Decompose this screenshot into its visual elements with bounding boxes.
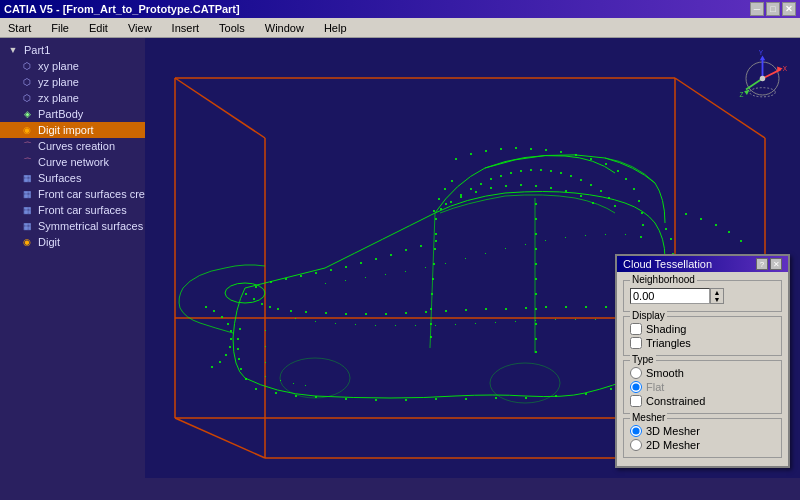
svg-rect-127 bbox=[555, 395, 557, 397]
svg-rect-159 bbox=[515, 321, 516, 322]
app-title: CATIA V5 - [From_Art_to_Prototype.CATPar… bbox=[4, 3, 240, 15]
svg-rect-150 bbox=[335, 323, 336, 324]
minimize-button[interactable]: ─ bbox=[750, 2, 764, 16]
3d-mesher-radio[interactable] bbox=[630, 425, 642, 437]
tree-item-surfaces[interactable]: ▦ Surfaces bbox=[0, 170, 145, 186]
svg-rect-65 bbox=[345, 266, 347, 268]
tree-item-front-creation[interactable]: ▦ Front car surfaces creation bbox=[0, 186, 145, 202]
svg-rect-34 bbox=[625, 178, 627, 180]
digit-icon: ◉ bbox=[20, 235, 34, 249]
svg-rect-199 bbox=[715, 224, 717, 226]
tree-item-front-surfaces[interactable]: ▦ Front car surfaces bbox=[0, 202, 145, 218]
svg-rect-213 bbox=[230, 330, 232, 332]
close-button[interactable]: ✕ bbox=[782, 2, 796, 16]
mesher-group: Mesher 3D Mesher 2D Mesher bbox=[623, 418, 782, 458]
svg-rect-173 bbox=[430, 308, 432, 310]
svg-rect-217 bbox=[219, 361, 221, 363]
neighborhood-spinner[interactable]: ▲ ▼ bbox=[710, 288, 724, 304]
svg-rect-225 bbox=[535, 185, 537, 187]
svg-rect-38 bbox=[642, 224, 644, 226]
tree-label-front-creation: Front car surfaces creation bbox=[38, 188, 145, 200]
svg-rect-120 bbox=[345, 398, 347, 400]
svg-rect-66 bbox=[360, 262, 362, 264]
tree-item-symmetrical[interactable]: ▦ Symmetrical surfaces bbox=[0, 218, 145, 234]
tree-item-curves-creation[interactable]: ⌒ Curves creation bbox=[0, 138, 145, 154]
svg-rect-47 bbox=[510, 172, 512, 174]
svg-text:Z: Z bbox=[740, 91, 744, 98]
tree-item-digit-import[interactable]: ◉ Digit import bbox=[0, 122, 145, 138]
menu-start[interactable]: Start bbox=[4, 20, 35, 36]
tree-label-symmetrical: Symmetrical surfaces bbox=[38, 220, 143, 232]
svg-rect-228 bbox=[580, 195, 582, 197]
tree-item-curve-network[interactable]: ⌒ Curve network bbox=[0, 154, 145, 170]
tree-item-digit[interactable]: ◉ Digit bbox=[0, 234, 145, 250]
svg-rect-124 bbox=[465, 398, 467, 400]
svg-rect-152 bbox=[375, 325, 376, 326]
menu-file[interactable]: File bbox=[47, 20, 73, 36]
svg-rect-231 bbox=[438, 198, 440, 200]
svg-rect-201 bbox=[740, 240, 742, 242]
svg-rect-203 bbox=[265, 346, 266, 347]
menu-help[interactable]: Help bbox=[320, 20, 351, 36]
display-group: Display Shading Triangles bbox=[623, 316, 782, 356]
triangles-checkbox[interactable] bbox=[630, 337, 642, 349]
viewport[interactable]: Y X Z Cloud Tessellation ? ✕ bbox=[145, 38, 800, 478]
tree-label-zx: zx plane bbox=[38, 92, 79, 104]
svg-rect-132 bbox=[325, 283, 326, 284]
tessellation-title-bar: Cloud Tessellation ? ✕ bbox=[617, 256, 788, 272]
menu-insert[interactable]: Insert bbox=[168, 20, 204, 36]
svg-rect-72 bbox=[245, 293, 247, 295]
shading-checkbox[interactable] bbox=[630, 323, 642, 335]
tree-label-partbody: PartBody bbox=[38, 108, 83, 120]
menu-tools[interactable]: Tools bbox=[215, 20, 249, 36]
menu-view[interactable]: View bbox=[124, 20, 156, 36]
spinner-down[interactable]: ▼ bbox=[711, 296, 723, 303]
maximize-button[interactable]: □ bbox=[766, 2, 780, 16]
svg-rect-181 bbox=[535, 278, 537, 280]
svg-rect-32 bbox=[605, 163, 607, 165]
tree-label-digit: Digit bbox=[38, 236, 60, 248]
svg-rect-80 bbox=[345, 313, 347, 315]
2d-mesher-radio[interactable] bbox=[630, 439, 642, 451]
tree-item-xy[interactable]: ⬡ xy plane bbox=[0, 58, 145, 74]
tree-item-zx[interactable]: ⬡ zx plane bbox=[0, 90, 145, 106]
tree-root[interactable]: ▼ Part1 bbox=[0, 42, 145, 58]
flat-radio[interactable] bbox=[630, 381, 642, 393]
svg-rect-48 bbox=[520, 170, 522, 172]
svg-rect-139 bbox=[465, 258, 466, 259]
svg-rect-41 bbox=[450, 201, 452, 203]
svg-rect-220 bbox=[460, 196, 462, 198]
svg-rect-202 bbox=[265, 330, 266, 331]
svg-rect-142 bbox=[525, 244, 526, 245]
svg-rect-209 bbox=[205, 306, 207, 308]
svg-rect-232 bbox=[444, 188, 446, 190]
menu-edit[interactable]: Edit bbox=[85, 20, 112, 36]
svg-rect-59 bbox=[255, 286, 257, 288]
menu-window[interactable]: Window bbox=[261, 20, 308, 36]
svg-rect-84 bbox=[425, 311, 427, 313]
neighborhood-input[interactable] bbox=[630, 288, 710, 304]
svg-rect-145 bbox=[585, 235, 586, 236]
svg-rect-26 bbox=[515, 147, 517, 149]
constrained-checkbox[interactable] bbox=[630, 395, 642, 407]
svg-rect-177 bbox=[535, 218, 537, 220]
tree-root-label: Part1 bbox=[24, 44, 50, 56]
tessellation-help-button[interactable]: ? bbox=[756, 258, 768, 270]
mesher-label: Mesher bbox=[630, 412, 667, 423]
svg-text:X: X bbox=[783, 65, 788, 72]
svg-rect-207 bbox=[293, 383, 294, 384]
tree-item-partbody[interactable]: ◈ PartBody bbox=[0, 106, 145, 122]
svg-rect-71 bbox=[435, 240, 437, 242]
tessellation-close-button[interactable]: ✕ bbox=[770, 258, 782, 270]
spinner-up[interactable]: ▲ bbox=[711, 289, 723, 296]
title-bar: CATIA V5 - [From_Art_to_Prototype.CATPar… bbox=[0, 0, 800, 18]
svg-rect-93 bbox=[605, 306, 607, 308]
svg-rect-144 bbox=[565, 237, 566, 238]
svg-rect-154 bbox=[415, 325, 416, 326]
svg-rect-200 bbox=[728, 231, 730, 233]
svg-point-244 bbox=[760, 76, 766, 82]
constrained-row: Constrained bbox=[630, 395, 775, 407]
smooth-radio[interactable] bbox=[630, 367, 642, 379]
svg-rect-25 bbox=[500, 148, 502, 150]
tree-item-yz[interactable]: ⬡ yz plane bbox=[0, 74, 145, 90]
